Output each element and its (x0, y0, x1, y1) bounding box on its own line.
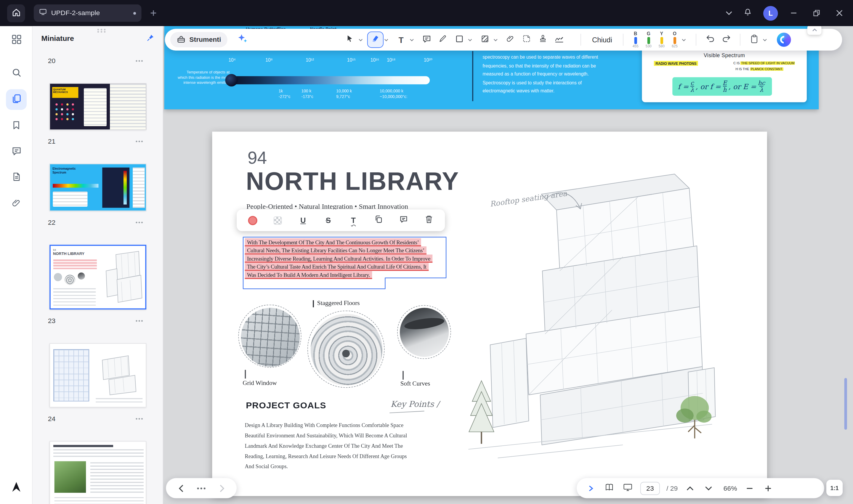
strikethrough-button[interactable]: S (323, 215, 334, 226)
shape-tool[interactable] (451, 32, 467, 48)
document-tab[interactable]: UPDF-2-sample (34, 4, 142, 22)
undo-button[interactable] (702, 32, 718, 48)
page-menu-button[interactable] (135, 57, 144, 65)
pin-panel-button[interactable] (144, 33, 156, 44)
vertical-scrollbar-thumb[interactable] (845, 378, 847, 430)
color-preset-orange[interactable]: O 625 (668, 31, 681, 48)
attachment-tool[interactable] (502, 32, 519, 48)
sidebar-search-button[interactable] (6, 63, 26, 84)
sidebar-bookmarks-button[interactable] (6, 116, 26, 137)
page-menu-button[interactable] (135, 138, 144, 145)
thumbnail-page-25[interactable] (49, 441, 146, 504)
shape-tool-dropdown[interactable] (468, 38, 473, 41)
expand-panel-button[interactable] (585, 482, 597, 494)
delete-button[interactable] (424, 215, 434, 226)
temp-celsius: -272°c (279, 94, 290, 100)
page-menu-button[interactable] (135, 218, 144, 226)
color-preset-yellow[interactable]: Y 580 (655, 31, 668, 48)
drag-dots-icon (97, 29, 99, 31)
sidebar-apps-button[interactable] (6, 30, 26, 51)
sidebar-comments-button[interactable] (6, 142, 26, 162)
opacity-button[interactable] (273, 215, 283, 226)
highlight-tool-dropdown[interactable] (384, 38, 389, 41)
page-menu-button[interactable] (135, 415, 144, 422)
text-tool-dropdown[interactable] (410, 38, 414, 41)
clipboard-dropdown[interactable] (763, 38, 767, 41)
sidebar-thumbnails-button[interactable] (6, 89, 26, 110)
updf-logo-button[interactable] (6, 478, 26, 499)
thumb-art (94, 350, 143, 396)
stamp-tool[interactable] (535, 32, 551, 48)
text-tool[interactable]: T (393, 32, 409, 48)
sticker-tool[interactable] (519, 32, 535, 48)
panel-title: Miniature (41, 34, 74, 43)
notifications-button[interactable] (738, 4, 757, 22)
color-dropdown[interactable] (682, 38, 686, 41)
pattern-tool-dropdown[interactable] (494, 38, 498, 41)
actual-size-button[interactable]: 1:1 (827, 480, 842, 496)
ai-assistant-button[interactable] (235, 32, 250, 47)
pattern-tool[interactable] (477, 32, 493, 48)
back-button[interactable] (175, 482, 186, 494)
wave-formula-highlight[interactable]: f = cλ , or f = Eh , or E = hcλ (672, 77, 772, 96)
highlight-color-button[interactable] (248, 215, 258, 226)
select-tool-dropdown[interactable] (359, 38, 363, 41)
zoom-out-button[interactable] (744, 482, 756, 494)
comment-button[interactable] (398, 215, 409, 226)
note-h-highlight[interactable]: PLANCK CONSTANT. (750, 68, 783, 71)
previous-page-button[interactable] (684, 482, 696, 494)
formula-text: , or f = (696, 82, 721, 91)
page-number-label: 23 (48, 317, 56, 325)
thumb-art (53, 449, 143, 457)
project-goals-heading: PROJECT GOALS (246, 400, 326, 411)
new-tab-button[interactable] (148, 8, 159, 19)
toolbox-icon (177, 35, 185, 45)
unsaved-dot-icon (133, 12, 136, 14)
radio-wave-highlight[interactable]: RADIO WAVE PHOTONS (654, 61, 698, 66)
forward-button-disabled[interactable] (216, 482, 228, 494)
tools-menu-button[interactable]: Strumenti (170, 32, 228, 47)
thumbnail-page-24[interactable] (49, 343, 146, 408)
redo-button[interactable] (718, 32, 734, 48)
divider (740, 34, 741, 46)
close-tool-button[interactable]: Chiudi (587, 32, 618, 47)
reader-view-button[interactable] (603, 482, 615, 494)
next-page-button[interactable] (703, 482, 715, 494)
thumbnail-page-21[interactable]: QUANTUM MECHANICS (49, 83, 146, 130)
presentation-button[interactable] (622, 482, 634, 494)
pages-icon (11, 93, 22, 106)
select-tool[interactable] (342, 32, 358, 48)
color-value: 455 (633, 45, 639, 48)
panel-drag-handle[interactable] (89, 28, 107, 32)
formula-num: E (723, 80, 727, 86)
thumbnail-page-22[interactable]: Electromagnetic Spectrum (49, 164, 146, 211)
signature-tool[interactable] (551, 32, 568, 48)
pen-tool[interactable] (435, 32, 451, 48)
color-preset-green[interactable]: G 530 (642, 31, 655, 48)
toolbar-collapse-tab[interactable] (807, 25, 822, 35)
account-avatar[interactable]: L (763, 6, 778, 20)
close-button[interactable] (830, 4, 849, 22)
color-preset-blue[interactable]: B 455 (629, 31, 642, 48)
underline-button[interactable]: U (298, 215, 308, 226)
updf-ai-button[interactable] (777, 33, 791, 47)
minimize-button[interactable] (785, 4, 803, 22)
copy-button[interactable] (373, 215, 384, 226)
squiggly-button[interactable]: T (348, 215, 359, 226)
page-label-row: 22 (48, 218, 144, 227)
toolbar-visibility-button[interactable] (720, 4, 738, 22)
sidebar-attachments-button[interactable] (6, 194, 26, 214)
page-number-input[interactable] (640, 482, 660, 494)
page-menu-button[interactable] (135, 317, 144, 325)
highlight-tool-active[interactable] (367, 32, 384, 48)
clipboard-button[interactable] (746, 32, 762, 48)
thumbnail-page-23-selected[interactable]: 94 NORTH LIBRARY (49, 245, 146, 310)
restore-button[interactable] (807, 4, 826, 22)
zoom-in-button[interactable] (762, 482, 774, 494)
home-button[interactable] (7, 4, 25, 22)
sidebar-document-button[interactable] (6, 168, 26, 188)
note-c-highlight[interactable]: THE SPEED OF LIGHT IN VACUUM (741, 61, 795, 65)
zoom-level-button[interactable]: 66% (724, 484, 737, 492)
more-button[interactable] (195, 482, 207, 494)
comment-tool[interactable] (419, 32, 435, 48)
